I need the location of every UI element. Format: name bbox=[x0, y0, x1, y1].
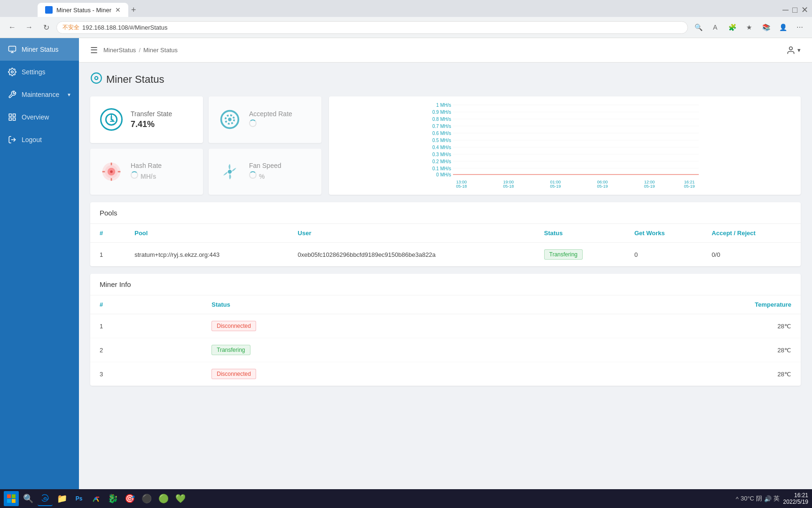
svg-point-22 bbox=[228, 170, 232, 174]
taskbar-edge[interactable] bbox=[38, 491, 53, 506]
search-icon[interactable]: 🔍 bbox=[692, 21, 705, 34]
stat-card-transfer: Transfer State 7.41% bbox=[90, 96, 203, 143]
svg-text:0.9 MH/s: 0.9 MH/s bbox=[432, 110, 451, 115]
taskbar: 🔍 📁 Ps 🐉 🎯 ⚫ 🟢 💚 ^ 30°C 阴 🔊 英 16:21 2022… bbox=[0, 489, 812, 508]
svg-text:05-19: 05-19 bbox=[550, 184, 561, 188]
pool-status: Transfering bbox=[535, 243, 625, 267]
transfer-icon bbox=[100, 108, 123, 131]
favorites-icon[interactable]: ★ bbox=[742, 21, 756, 34]
sidebar-item-maintenance[interactable]: Maintenance ▼ bbox=[0, 83, 79, 106]
sidebar-item-logout[interactable]: Logout bbox=[0, 128, 79, 151]
window-controls: ─ □ ✕ bbox=[782, 5, 812, 15]
sidebar-item-settings[interactable]: Settings bbox=[0, 61, 79, 83]
pools-col-accept-reject: Accept / Reject bbox=[703, 224, 801, 243]
tab-title: Miner Status - Miner bbox=[56, 7, 111, 14]
svg-text:05-19: 05-19 bbox=[644, 184, 655, 188]
table-row: 1 stratum+tcp://ryj.s.ekzz.org:443 0xeb0… bbox=[90, 243, 801, 267]
app-container: Miner Status Settings Maintenance ▼ bbox=[0, 38, 812, 489]
tab-close-btn[interactable]: ✕ bbox=[115, 6, 121, 14]
hash-rate-info: Hash Rate MH/s bbox=[131, 162, 194, 181]
taskbar-app7[interactable]: 🎯 bbox=[122, 491, 137, 506]
table-row: 1 Disconnected 28℃ bbox=[90, 314, 801, 338]
svg-point-10 bbox=[106, 114, 117, 125]
table-row: 2 Transfering 28℃ bbox=[90, 338, 801, 362]
miner-num: 1 bbox=[90, 314, 202, 338]
accepted-rate-value bbox=[249, 119, 312, 129]
taskbar-right: ^ 30°C 阴 🔊 英 16:21 2022/5/19 bbox=[736, 492, 808, 505]
table-row: 3 Disconnected 28℃ bbox=[90, 362, 801, 386]
taskbar-app9[interactable]: 🟢 bbox=[156, 491, 171, 506]
taskbar-app10[interactable]: 💚 bbox=[173, 491, 188, 506]
page-header: ☰ MinerStatus / Miner Status ▾ bbox=[79, 38, 812, 63]
accepted-rate-icon bbox=[218, 108, 242, 131]
miner-info-title: Miner Info bbox=[90, 274, 801, 295]
sidebar-item-miner-status[interactable]: Miner Status bbox=[0, 38, 79, 61]
svg-text:0.5 MH/s: 0.5 MH/s bbox=[432, 138, 451, 143]
taskbar-app6[interactable]: 🐉 bbox=[105, 491, 120, 506]
sidebar-item-overview[interactable]: Overview bbox=[0, 106, 79, 128]
stat-card-fan: Fan Speed % bbox=[209, 149, 321, 195]
taskbar-explorer[interactable]: 📁 bbox=[55, 491, 70, 506]
miner-status-icon bbox=[8, 45, 17, 54]
close-btn[interactable]: ✕ bbox=[801, 5, 808, 15]
pools-col-pool: Pool bbox=[125, 224, 288, 243]
user-dropdown-arrow: ▾ bbox=[797, 47, 801, 54]
hash-chart: 1 MH/s 0.9 MH/s 0.8 MH/s 0.7 MH/s 0.6 MH… bbox=[336, 101, 793, 188]
main-content: ☰ MinerStatus / Miner Status ▾ bbox=[79, 38, 812, 489]
svg-text:05-18: 05-18 bbox=[503, 184, 514, 188]
fan-speed-label: Fan Speed bbox=[249, 162, 312, 169]
hamburger-icon[interactable]: ☰ bbox=[90, 45, 98, 56]
page-title-icon bbox=[90, 72, 102, 87]
security-indicator: 不安全 bbox=[62, 24, 79, 32]
svg-point-13 bbox=[228, 118, 231, 121]
more-icon[interactable]: ⋯ bbox=[793, 21, 806, 34]
svg-rect-0 bbox=[9, 46, 16, 51]
fan-speed-info: Fan Speed % bbox=[249, 162, 312, 181]
sidebar-label-miner-status: Miner Status bbox=[22, 46, 59, 53]
miner-col-num: # bbox=[90, 295, 202, 314]
browser-toolbar: 🔍 A 🧩 ★ 📚 👤 ⋯ bbox=[692, 21, 806, 34]
maximize-btn[interactable]: □ bbox=[792, 5, 797, 15]
miner-info-header-row: # Status Temperature bbox=[90, 295, 801, 314]
svg-text:0.7 MH/s: 0.7 MH/s bbox=[432, 124, 451, 129]
transfer-state-label: Transfer State bbox=[131, 110, 194, 118]
svg-point-9 bbox=[95, 77, 98, 80]
reader-mode-icon[interactable]: A bbox=[709, 21, 722, 34]
chart-area: 1 MH/s 0.9 MH/s 0.8 MH/s 0.7 MH/s 0.6 MH… bbox=[329, 96, 801, 195]
weather-text: 30°C 阴 bbox=[741, 494, 762, 503]
stats-grid: Transfer State 7.41% bbox=[90, 96, 321, 195]
svg-text:0.3 MH/s: 0.3 MH/s bbox=[432, 152, 451, 157]
svg-text:0.2 MH/s: 0.2 MH/s bbox=[432, 159, 451, 164]
hash-rate-icon bbox=[100, 160, 123, 183]
taskbar-app8[interactable]: ⚫ bbox=[139, 491, 154, 506]
svg-rect-5 bbox=[9, 118, 11, 120]
page-title-text: Miner Status bbox=[106, 73, 164, 86]
stat-card-hash: Hash Rate MH/s bbox=[90, 149, 203, 195]
user-menu-button[interactable]: ▾ bbox=[786, 46, 801, 55]
taskbar-photoshop[interactable]: Ps bbox=[71, 491, 86, 506]
svg-point-1 bbox=[11, 71, 14, 73]
back-button[interactable]: ← bbox=[6, 21, 19, 34]
miner-temp: 28℃ bbox=[522, 362, 801, 386]
miner-col-temp: Temperature bbox=[522, 295, 801, 314]
url-bar[interactable]: 不安全 192.168.188.108/#/MinerStatus bbox=[56, 21, 688, 34]
refresh-button[interactable]: ↻ bbox=[39, 21, 53, 34]
forward-button[interactable]: → bbox=[23, 21, 36, 34]
settings-icon bbox=[8, 67, 17, 77]
fan-speed-value: % bbox=[249, 171, 312, 181]
transfer-state-info: Transfer State 7.41% bbox=[131, 110, 194, 129]
start-button[interactable] bbox=[4, 491, 19, 506]
svg-point-7 bbox=[789, 47, 793, 50]
profile-icon[interactable]: 👤 bbox=[776, 21, 789, 34]
accepted-rate-info: Accepted Rate bbox=[249, 110, 312, 129]
taskbar-search[interactable]: 🔍 bbox=[21, 491, 36, 506]
new-tab-button[interactable]: + bbox=[131, 5, 136, 15]
pools-table: # Pool User Status Get Works Accept / Re… bbox=[90, 224, 801, 266]
collection-icon[interactable]: 📚 bbox=[759, 21, 773, 34]
active-tab[interactable]: Miner Status - Miner ✕ bbox=[38, 3, 128, 17]
taskbar-chrome[interactable] bbox=[88, 491, 103, 506]
extensions-icon[interactable]: 🧩 bbox=[726, 21, 739, 34]
transfer-state-value: 7.41% bbox=[131, 119, 194, 129]
pool-num: 1 bbox=[90, 243, 125, 267]
minimize-btn[interactable]: ─ bbox=[782, 5, 789, 15]
